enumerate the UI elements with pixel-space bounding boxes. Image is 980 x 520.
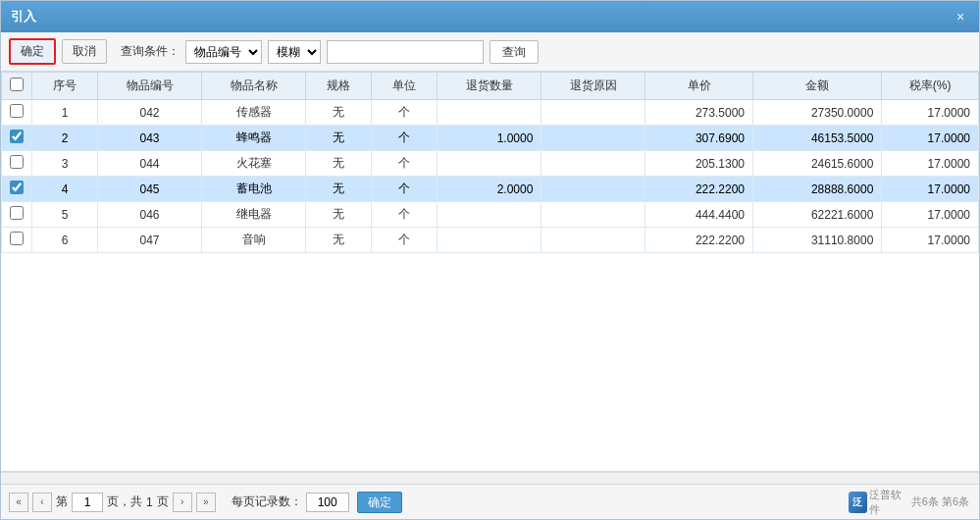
brand-area: 泛 泛普软件 共6条 第6条 <box>849 492 969 513</box>
cell-seq: 5 <box>32 202 98 228</box>
cell-unit: 个 <box>372 126 438 151</box>
toolbar: 确定 取消 查询条件： 物品编号 物品名称 规格 模糊 精确 查询 <box>1 32 979 72</box>
data-table: 序号 物品编号 物品名称 规格 单位 退货数量 退货原因 单价 金额 税率(%)… <box>1 72 979 253</box>
cell-code: 045 <box>97 177 201 202</box>
dialog-title: 引入 <box>11 8 36 26</box>
footer: « ‹ 第 页，共 1 页 › » 每页记录数： 确定 泛 泛普软件 共6条 第… <box>1 484 979 519</box>
page-total-label: 页，共 <box>107 494 142 510</box>
table-row[interactable]: 5046继电器无个444.440062221.600017.0000 <box>2 202 979 228</box>
cell-qty <box>438 228 542 253</box>
table-row[interactable]: 4045蓄电池无个2.0000222.220028888.600017.0000 <box>2 177 979 202</box>
select-all-checkbox[interactable] <box>10 78 24 91</box>
cell-spec: 无 <box>306 202 372 228</box>
table-row[interactable]: 2043蜂鸣器无个1.0000307.690046153.500017.0000 <box>2 126 979 151</box>
row-checkbox-cell[interactable] <box>2 228 32 253</box>
dialog: 引入 × 确定 取消 查询条件： 物品编号 物品名称 规格 模糊 精确 查询 <box>0 0 980 520</box>
cell-tax: 17.0000 <box>882 151 979 177</box>
cell-reason <box>542 177 645 202</box>
first-page-button[interactable]: « <box>9 493 28 512</box>
header-reason: 退货原因 <box>542 73 645 100</box>
row-checkbox-cell[interactable] <box>2 126 32 151</box>
table-row[interactable]: 6047音响无个222.220031110.800017.0000 <box>2 228 979 253</box>
cell-reason <box>542 228 645 253</box>
row-checkbox-cell[interactable] <box>2 100 32 126</box>
cell-reason <box>542 126 645 151</box>
cell-name: 蜂鸣器 <box>202 126 306 151</box>
cell-code: 043 <box>97 126 201 151</box>
cell-spec: 无 <box>306 100 372 126</box>
cell-price: 444.4400 <box>645 202 753 228</box>
cell-spec: 无 <box>306 126 372 151</box>
cell-reason <box>542 100 645 126</box>
cell-seq: 6 <box>32 228 98 253</box>
cell-qty: 1.0000 <box>438 126 542 151</box>
cell-tax: 17.0000 <box>882 202 979 228</box>
confirm-button[interactable]: 确定 <box>9 38 56 65</box>
page-total-value: 1 <box>146 495 153 509</box>
row-checkbox[interactable] <box>10 206 24 220</box>
cell-seq: 1 <box>32 100 98 126</box>
title-bar: 引入 × <box>1 1 979 32</box>
search-input[interactable] <box>327 40 484 64</box>
horizontal-scrollbar[interactable] <box>1 472 979 484</box>
last-page-button[interactable]: » <box>196 493 216 512</box>
cell-code: 046 <box>97 202 201 228</box>
row-checkbox[interactable] <box>10 232 24 245</box>
cell-qty <box>438 202 542 228</box>
cell-amount: 27350.0000 <box>753 100 882 126</box>
table-row[interactable]: 1042传感器无个273.500027350.000017.0000 <box>2 100 979 126</box>
header-unit: 单位 <box>372 73 438 100</box>
close-button[interactable]: × <box>952 8 969 26</box>
cell-price: 307.6900 <box>645 126 753 151</box>
brand-logo: 泛 泛普软件 <box>849 492 907 513</box>
table-row[interactable]: 3044火花塞无个205.130024615.600017.0000 <box>2 151 979 177</box>
cell-reason <box>542 202 645 228</box>
cell-code: 047 <box>97 228 201 253</box>
pagination-nav-next: › » <box>173 493 216 512</box>
mode-select[interactable]: 模糊 精确 <box>268 40 321 64</box>
footer-confirm-button[interactable]: 确定 <box>357 492 402 513</box>
row-checkbox[interactable] <box>10 130 24 143</box>
cell-amount: 31110.8000 <box>753 228 882 253</box>
row-checkbox-cell[interactable] <box>2 151 32 177</box>
cell-qty <box>438 100 542 126</box>
row-checkbox[interactable] <box>10 104 24 118</box>
cell-unit: 个 <box>372 100 438 126</box>
per-page-input[interactable] <box>306 493 349 512</box>
cell-amount: 46153.5000 <box>753 126 882 151</box>
brand-sub: 共6条 第6条 <box>911 494 969 509</box>
cell-spec: 无 <box>306 228 372 253</box>
cell-price: 222.2200 <box>645 228 753 253</box>
cell-code: 044 <box>97 151 201 177</box>
row-checkbox[interactable] <box>10 181 24 194</box>
cell-tax: 17.0000 <box>882 100 979 126</box>
header-amount: 金额 <box>753 73 882 100</box>
table-header-row: 序号 物品编号 物品名称 规格 单位 退货数量 退货原因 单价 金额 税率(%) <box>2 73 979 100</box>
cell-amount: 24615.6000 <box>753 151 882 177</box>
cell-unit: 个 <box>372 151 438 177</box>
row-checkbox-cell[interactable] <box>2 177 32 202</box>
header-tax: 税率(%) <box>882 73 979 100</box>
search-button[interactable]: 查询 <box>490 40 539 64</box>
table-container: 序号 物品编号 物品名称 规格 单位 退货数量 退货原因 单价 金额 税率(%)… <box>1 72 979 472</box>
cell-price: 222.2200 <box>645 177 753 202</box>
row-checkbox[interactable] <box>10 155 24 169</box>
header-seq: 序号 <box>32 73 98 100</box>
header-spec: 规格 <box>306 73 372 100</box>
table-body: 1042传感器无个273.500027350.000017.00002043蜂鸣… <box>2 100 979 253</box>
brand-icon: 泛 <box>849 492 867 513</box>
cell-unit: 个 <box>372 177 438 202</box>
next-page-button[interactable]: › <box>173 493 192 512</box>
cell-spec: 无 <box>306 151 372 177</box>
page-label: 第 <box>56 494 68 510</box>
page-number-input[interactable] <box>72 493 103 512</box>
cell-price: 273.5000 <box>645 100 753 126</box>
header-qty: 退货数量 <box>438 73 542 100</box>
cell-spec: 无 <box>306 177 372 202</box>
cell-name: 蓄电池 <box>202 177 306 202</box>
row-checkbox-cell[interactable] <box>2 202 32 228</box>
cell-tax: 17.0000 <box>882 126 979 151</box>
cancel-button[interactable]: 取消 <box>62 39 107 64</box>
prev-page-button[interactable]: ‹ <box>32 493 52 512</box>
field-select[interactable]: 物品编号 物品名称 规格 <box>185 40 262 64</box>
